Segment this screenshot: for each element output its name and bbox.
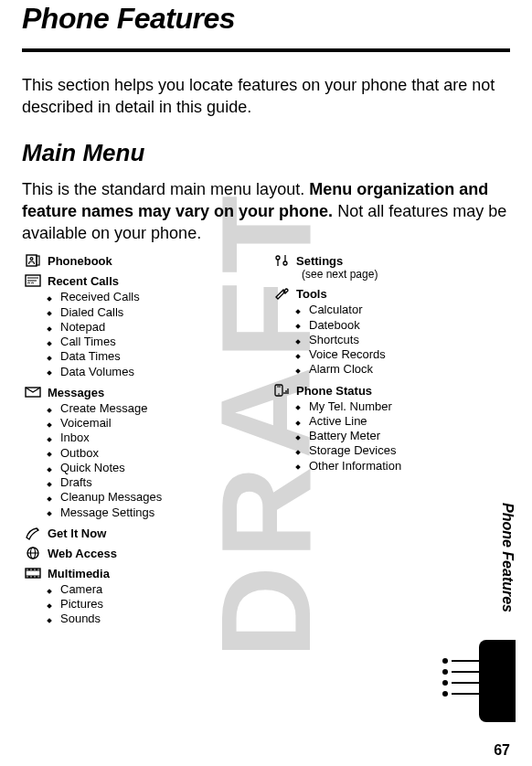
section-label: Settings (see next page) [296,253,378,281]
list-item: Pictures [48,597,261,612]
list-item: Battery Meter [296,429,510,443]
side-tab-label: Phone Features [499,503,516,612]
list-item: Calculator [296,303,510,317]
page-title: Phone Features [22,2,510,36]
list-item: Create Message [48,401,261,416]
section-label: Phone Status [296,383,372,398]
svg-point-25 [278,393,280,395]
section-label: Web Access [48,546,117,560]
list-item: Call Times [48,335,261,349]
section-multimedia: Multimedia Camera Pictures Sounds [22,566,261,627]
get-it-now-icon [24,526,42,540]
title-rule [22,48,510,52]
list-item: Camera [48,582,261,597]
section-settings: Settings (see next page) [271,253,510,281]
messages-icon [24,385,42,399]
svg-rect-13 [28,569,30,570]
list-item: Data Times [48,349,261,364]
svg-rect-14 [32,569,34,570]
section-tools: Tools Calculator Datebook Shortcuts Voic… [271,286,510,377]
section-label: Messages [48,385,104,399]
svg-rect-18 [36,576,37,578]
menu-column-right: Settings (see next page) Tools Calculato… [271,253,510,632]
list-item: Voicemail [48,416,261,431]
section-label: Multimedia [48,566,110,580]
menu-column-left: Phonebook Recent Calls Received Calls Di… [22,253,261,632]
section-label: Phonebook [48,253,112,268]
svg-rect-16 [28,576,30,578]
list-item: Storage Devices [296,443,510,458]
section-get-it-now: Get It Now [22,526,261,540]
svg-point-21 [283,261,287,265]
section-recent-calls: Recent Calls Received Calls Dialed Calls… [22,273,261,379]
phone-status-icon [272,383,291,398]
list-item: Cleanup Messages [48,490,261,505]
list-item: Notepad [48,320,261,335]
side-tab: Phone Features [475,521,516,722]
svg-point-2 [30,258,33,261]
list-item: Alarm Clock [296,362,510,377]
list-item: Message Settings [48,505,261,520]
list-item: Voice Records [296,347,510,362]
phonebook-icon [24,253,42,268]
svg-rect-1 [37,256,39,265]
section-messages: Messages Create Message Voicemail Inbox … [22,385,261,520]
menu-description: This is the standard main menu layout. M… [22,178,510,245]
svg-rect-15 [36,569,37,570]
section-label: Tools [296,286,327,301]
intro-paragraph: This section helps you locate features o… [22,74,510,119]
list-item: Outbox [48,446,261,461]
side-tab-dots [442,658,479,697]
page-number: 67 [494,742,510,759]
tools-icon [272,286,291,301]
list-item: Quick Notes [48,461,261,475]
list-item: Inbox [48,431,261,445]
list-item: Other Information [296,459,510,473]
section-label: Get It Now [48,526,106,540]
svg-rect-17 [32,576,34,578]
settings-subnote: (see next page) [302,268,378,281]
list-item: Drafts [48,475,261,490]
side-tab-marker [479,640,516,722]
list-item: Sounds [48,612,261,626]
recent-calls-icon [24,273,42,288]
web-access-icon [24,546,42,560]
section-label: Recent Calls [48,273,119,288]
multimedia-icon [24,566,42,580]
svg-point-19 [276,256,280,260]
menu-desc-part1: This is the standard main menu layout. [22,180,309,198]
list-item: Active Line [296,414,510,429]
list-item: Shortcuts [296,333,510,347]
list-item: Datebook [296,318,510,333]
section-phone-status: Phone Status My Tel. Number Active Line … [271,383,510,473]
section-phonebook: Phonebook [22,253,261,268]
main-menu-heading: Main Menu [22,139,510,167]
settings-icon [272,253,291,268]
list-item: My Tel. Number [296,399,510,414]
list-item: Dialed Calls [48,305,261,320]
section-web-access: Web Access [22,546,261,560]
list-item: Received Calls [48,290,261,304]
list-item: Data Volumes [48,365,261,379]
